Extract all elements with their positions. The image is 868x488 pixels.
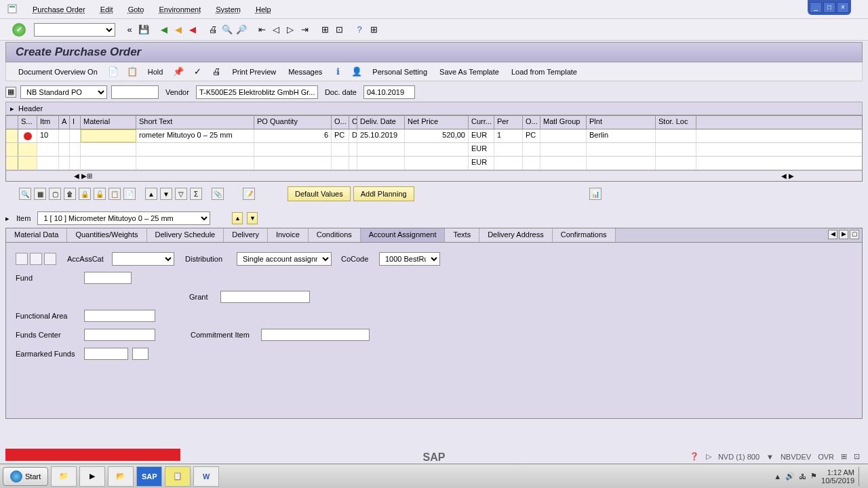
tray-network-icon[interactable]: 🖧	[799, 472, 806, 481]
preview-icon[interactable]: 🖨	[210, 66, 222, 78]
first-page-icon[interactable]: ⇤	[256, 24, 268, 36]
default-values-button[interactable]: Default Values	[288, 186, 351, 201]
create-icon[interactable]: 📄	[107, 66, 119, 78]
export-icon[interactable]: 📊	[589, 188, 601, 200]
copy-doc-icon[interactable]: 📋	[126, 66, 138, 78]
display-icon[interactable]	[44, 253, 56, 265]
col-itm[interactable]: Itm	[37, 116, 59, 129]
header-toggle[interactable]: ▸ Header	[5, 102, 863, 115]
tab-delivery[interactable]: Delivery	[224, 228, 268, 242]
cancel-icon[interactable]: ◀	[186, 24, 199, 36]
tab-scroll-left[interactable]: ◀	[828, 230, 837, 239]
tab-delivery-address[interactable]: Delivery Address	[479, 228, 553, 242]
tray-time[interactable]: 1:12 AM	[821, 468, 854, 476]
save-template-button[interactable]: Save As Template	[437, 66, 502, 77]
tab-quantities[interactable]: Quantities/Weights	[67, 228, 146, 242]
find-next-icon[interactable]: 🔎	[235, 24, 248, 36]
edit-icon[interactable]	[30, 253, 42, 265]
sort-desc-icon[interactable]: ▼	[160, 188, 172, 200]
tab-material-data[interactable]: Material Data	[6, 228, 67, 242]
load-template-button[interactable]: Load from Template	[509, 66, 580, 77]
help-status-icon[interactable]: ❓	[690, 452, 699, 461]
new-session-icon[interactable]: ⊞	[319, 24, 331, 36]
col-deliv[interactable]: Deliv. Date	[357, 116, 405, 129]
tab-texts[interactable]: Texts	[445, 228, 479, 242]
accasscat-select[interactable]	[112, 252, 174, 266]
col-c[interactable]: C	[349, 116, 357, 129]
menu-edit[interactable]: Edit	[94, 3, 120, 16]
tray-show-hidden-icon[interactable]: ▲	[774, 472, 781, 481]
tray-volume-icon[interactable]: 🔊	[785, 472, 795, 481]
col-ouom[interactable]: O...	[332, 116, 349, 129]
tab-invoice[interactable]: Invoice	[268, 228, 309, 242]
personal-setting-button[interactable]: Personal Setting	[370, 66, 430, 77]
task-word[interactable]: W	[193, 466, 219, 487]
tab-list-button[interactable]: ▢	[850, 230, 859, 239]
col-material[interactable]: Material	[81, 116, 136, 129]
task-explorer[interactable]: 📁	[51, 466, 77, 487]
prev-page-icon[interactable]: ◁	[270, 24, 282, 36]
command-field[interactable]	[34, 23, 115, 37]
tab-delivery-schedule[interactable]: Delivery Schedule	[147, 228, 224, 242]
print-preview-button[interactable]: Print Preview	[229, 66, 279, 77]
col-matl[interactable]: Matl Group	[540, 116, 587, 129]
fund-input[interactable]	[84, 272, 132, 284]
exit-icon[interactable]: ◀	[172, 24, 184, 36]
show-desktop[interactable]	[859, 467, 865, 486]
menu-help[interactable]: Help	[249, 3, 278, 16]
task-sap-active[interactable]: 📋	[165, 466, 191, 487]
status-local-icon[interactable]: ⊡	[854, 452, 860, 461]
col-short[interactable]: Short Text	[136, 116, 254, 129]
col-i[interactable]: I	[70, 116, 81, 129]
attachment-icon[interactable]: 📎	[212, 188, 224, 200]
help-icon[interactable]: ?	[353, 24, 366, 36]
minimize-button[interactable]: _	[810, 2, 822, 13]
tab-confirmations[interactable]: Confirmations	[553, 228, 616, 242]
last-page-icon[interactable]: ⇥	[298, 24, 311, 36]
copy-icon[interactable]: 📋	[108, 188, 121, 200]
find-icon[interactable]: 🔍	[221, 24, 233, 36]
close-button[interactable]: ×	[837, 2, 849, 13]
shortcut-icon[interactable]: ⊡	[333, 24, 345, 36]
layout-icon[interactable]: ⊞	[368, 24, 380, 36]
col-stor[interactable]: Stor. Loc	[656, 116, 696, 129]
earmarked-input[interactable]	[84, 348, 128, 360]
table-row[interactable]: 10 rometer Mitutoyo 0 – 25 mm 6 PC D 25.…	[6, 129, 862, 143]
doc-number-input[interactable]	[111, 85, 159, 99]
lock-icon[interactable]: 🔒	[79, 188, 91, 200]
sort-asc-icon[interactable]: ▲	[145, 188, 157, 200]
tab-conditions[interactable]: Conditions	[309, 228, 361, 242]
save-icon[interactable]: 💾	[138, 24, 150, 36]
task-sap[interactable]: SAP	[136, 466, 162, 487]
funds-center-input[interactable]	[84, 329, 155, 341]
tab-account-assignment[interactable]: Account Assignment	[361, 228, 446, 242]
start-button[interactable]: Start	[3, 467, 48, 486]
commitment-input[interactable]	[261, 329, 370, 341]
info-icon[interactable]: ℹ	[332, 66, 344, 78]
earmarked-item-input[interactable]	[132, 348, 149, 360]
park-icon[interactable]: 📌	[172, 66, 184, 78]
paste-icon[interactable]: 📄	[123, 188, 136, 200]
grid-scrollbar[interactable]: ◀ ▶⊞◀ ▶	[6, 170, 862, 181]
item-up-button[interactable]: ▲	[232, 212, 243, 224]
status-system[interactable]: NVD (1) 800	[718, 453, 760, 461]
doctype-icon[interactable]: ▦	[5, 87, 16, 98]
expand-item-icon[interactable]: ▸	[5, 214, 9, 223]
doctype-select[interactable]: NB Standard PO	[20, 85, 107, 99]
next-page-icon[interactable]: ▷	[284, 24, 296, 36]
delete-icon[interactable]: 🗑	[64, 188, 76, 200]
unlock-icon[interactable]: 🔓	[94, 188, 106, 200]
col-price[interactable]: Net Price	[405, 116, 469, 129]
menu-purchase-order[interactable]: Purchase Order	[26, 3, 92, 16]
filter-icon[interactable]: ▽	[175, 188, 187, 200]
check-icon[interactable]: ✓	[191, 66, 203, 78]
messages-button[interactable]: Messages	[285, 66, 325, 77]
item-down-button[interactable]: ▼	[247, 212, 258, 224]
addl-planning-button[interactable]: Addl Planning	[353, 186, 414, 201]
sum-icon[interactable]: Σ	[190, 188, 202, 200]
menu-environment[interactable]: Environment	[152, 3, 208, 16]
status-icon[interactable]: ⊞	[841, 452, 847, 461]
col-curr[interactable]: Curr...	[469, 116, 494, 129]
col-status[interactable]: S...	[18, 116, 37, 129]
detail-icon[interactable]: 🔍	[19, 188, 31, 200]
